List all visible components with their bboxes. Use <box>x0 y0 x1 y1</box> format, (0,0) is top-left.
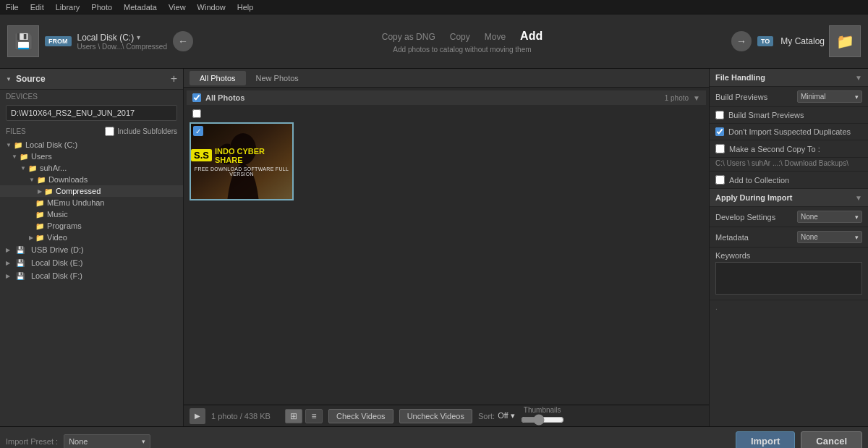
tree-users[interactable]: ▼ 📁 Users <box>0 151 183 162</box>
thumbnails-slider[interactable] <box>521 414 564 426</box>
play-button[interactable]: ▶ <box>190 408 205 424</box>
menu-library[interactable]: Library <box>56 3 80 12</box>
grid-view-button[interactable]: ⊞ <box>285 409 302 423</box>
tab-all-photos[interactable]: All Photos <box>190 71 246 85</box>
make-copy-checkbox[interactable] <box>715 144 725 153</box>
tree-memu-unduhan[interactable]: ▶ 📁 MEmu Unduhan <box>0 197 183 208</box>
batch-title: All Photos <box>192 93 244 102</box>
include-subfolders-label: Include Subfolders <box>117 127 177 135</box>
uncheck-videos-button[interactable]: Uncheck Videos <box>399 409 472 423</box>
unchecked-checkbox[interactable] <box>192 109 201 118</box>
photo-thumbnail-1[interactable]: S.S INDO CYBER SHARE FREE DOWNLOAD SOFTW… <box>190 122 294 200</box>
source-arrow-button[interactable]: ← <box>173 31 193 51</box>
source-drive-thumb: 💾 <box>7 25 39 57</box>
menu-window[interactable]: Window <box>197 3 226 12</box>
develop-settings-row: Develop Settings None ▾ <box>710 207 868 227</box>
devices-label: Devices <box>0 90 183 102</box>
build-previews-select[interactable]: Minimal ▾ <box>797 90 862 103</box>
photo-count: 1 photo <box>665 94 689 102</box>
import-preset-label: Import Preset : <box>6 437 58 446</box>
tree-music[interactable]: ▶ 📁 Music <box>0 208 183 220</box>
drive-name-label[interactable]: Local Disk (C:) ▾ <box>77 33 167 43</box>
develop-settings-label: Develop Settings <box>715 213 775 221</box>
files-row: Files Include Subfolders <box>0 124 183 139</box>
photo-grid: S.S INDO CYBER SHARE FREE DOWNLOAD SOFTW… <box>187 119 706 203</box>
top-bar: 💾 FROM Local Disk (C:) ▾ Users \ Dow...\… <box>0 14 868 69</box>
tree-downloads[interactable]: ▼ 📁 Downloads <box>0 174 183 185</box>
include-subfolders-row: Include Subfolders <box>105 127 177 136</box>
import-preset-select[interactable]: None ▾ <box>64 434 150 449</box>
import-button[interactable]: Import <box>736 431 795 448</box>
source-section-header: ▼ Source + <box>0 69 183 90</box>
sort-value[interactable]: Off ▾ <box>498 411 515 420</box>
keywords-area: Keywords <box>710 248 868 300</box>
local-disk-f-item[interactable]: ▶ 💾 Local Disk (F:) <box>0 269 183 282</box>
build-smart-row: Build Smart Previews <box>710 107 868 124</box>
photo-check-mark[interactable]: ✓ <box>193 126 203 136</box>
import-mode-description: Add photos to catalog without moving the… <box>393 46 531 54</box>
dest-arrow-button[interactable]: → <box>731 31 752 51</box>
build-previews-label: Build Previews <box>715 93 767 101</box>
move-option[interactable]: Move <box>485 32 506 42</box>
keywords-label: Keywords <box>715 251 862 260</box>
metadata-row: Metadata None ▾ <box>710 227 868 248</box>
catalog-thumb: 📁 <box>829 25 861 57</box>
main-area: ▼ Source + Devices D:\W10X64_RS2_ENU_JUN… <box>0 69 868 426</box>
cancel-button[interactable]: Cancel <box>801 431 862 448</box>
thumbnails-label: Thumbnails <box>524 406 561 414</box>
include-subfolders-checkbox[interactable] <box>105 127 114 136</box>
copy-path-display: C:\ Users \ suhAr ...:\ Download Backups… <box>710 158 868 172</box>
file-handling-collapse-icon[interactable]: ▼ <box>855 74 862 82</box>
menu-photo[interactable]: Photo <box>91 3 112 12</box>
tree-suhar[interactable]: ▼ 📁 suhAr... <box>0 162 183 174</box>
menu-metadata[interactable]: Metadata <box>124 3 157 12</box>
file-handling-header: File Handling ▼ <box>710 69 868 87</box>
usb-drive-item[interactable]: ▶ 💾 USB Drive (D:) <box>0 243 183 256</box>
menu-file[interactable]: File <box>6 3 19 12</box>
tab-new-photos[interactable]: New Photos <box>246 71 309 85</box>
sort-label: Sort: <box>478 412 495 420</box>
list-view-button[interactable]: ≡ <box>305 409 323 423</box>
from-badge: FROM <box>45 36 72 46</box>
sidebar: ▼ Source + Devices D:\W10X64_RS2_ENU_JUN… <box>0 69 184 426</box>
make-copy-row: Make a Second Copy To : <box>710 140 868 158</box>
action-bar: Import Preset : None ▾ Import Cancel <box>0 426 868 448</box>
device-path-display: D:\W10X64_RS2_ENU_JUN_2017 <box>6 105 177 121</box>
add-option[interactable]: Add <box>520 30 542 43</box>
keywords-input[interactable] <box>715 262 862 295</box>
copy-as-dng-option[interactable]: Copy as DNG <box>382 32 435 42</box>
local-disk-e-item[interactable]: ▶ 💾 Local Disk (E:) <box>0 256 183 269</box>
add-collection-checkbox[interactable] <box>715 175 725 185</box>
batch-select-checkbox[interactable] <box>192 93 201 102</box>
source-drive-name: Local Disk (C:) ▾ Users \ Dow...\ Compre… <box>77 33 167 51</box>
source-title: ▼ Source <box>6 74 46 84</box>
apply-during-import-title: Apply During Import <box>715 193 792 202</box>
drive-sub-path: Users \ Dow...\ Compressed <box>77 43 167 51</box>
photo-tabs: All Photos New Photos <box>184 69 709 88</box>
add-collection-row: Add to Collection <box>710 172 868 189</box>
build-previews-row: Build Previews Minimal ▾ <box>710 87 868 107</box>
apply-collapse-icon[interactable]: ▼ <box>855 194 862 202</box>
build-smart-checkbox[interactable] <box>715 111 724 119</box>
menu-help[interactable]: Help <box>237 3 254 12</box>
tree-local-disk-c[interactable]: ▼ 📁 Local Disk (C:) <box>0 139 183 151</box>
develop-settings-select[interactable]: None ▾ <box>797 211 862 223</box>
tree-compressed[interactable]: ▶ 📁 Compressed <box>0 185 183 197</box>
dont-import-label: Don't Import Suspected Duplicates <box>728 127 851 136</box>
check-videos-button[interactable]: Check Videos <box>328 409 393 423</box>
bottom-bar: ▶ 1 photo / 438 KB ⊞ ≡ Check Videos Unch… <box>184 405 709 426</box>
tree-programs[interactable]: ▶ 📁 Programs <box>0 220 183 232</box>
photo-area: All Photos 1 photo ▼ <box>184 88 709 405</box>
menu-view[interactable]: View <box>169 3 186 12</box>
add-collection-label: Add to Collection <box>729 176 789 185</box>
add-source-button[interactable]: + <box>171 73 177 85</box>
thumbnails-section: Thumbnails <box>521 406 564 426</box>
metadata-select[interactable]: None ▾ <box>797 231 862 243</box>
menu-edit[interactable]: Edit <box>30 3 44 12</box>
dont-import-checkbox[interactable] <box>715 127 724 136</box>
menu-bar: File Edit Library Photo Metadata View Wi… <box>0 0 868 14</box>
catalog-section: TO My Catalog 📁 <box>757 25 861 57</box>
copy-option[interactable]: Copy <box>450 32 470 42</box>
catalog-name-label: My Catalog <box>780 36 825 46</box>
tree-video[interactable]: ▶ 📁 Video <box>0 232 183 243</box>
